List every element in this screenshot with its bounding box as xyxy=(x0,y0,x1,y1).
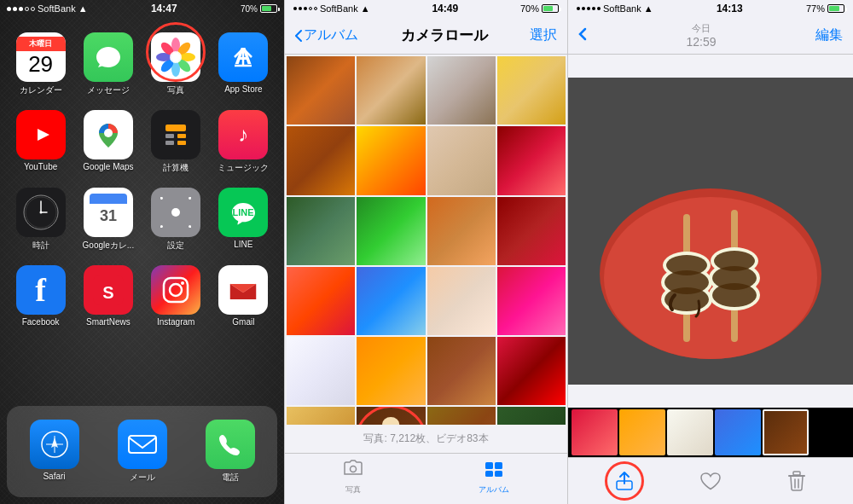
app-facebook[interactable]: f Facebook xyxy=(7,258,74,333)
svg-rect-23 xyxy=(177,141,186,145)
app-youtube[interactable]: YouTube xyxy=(7,103,74,181)
appstore-icon: A xyxy=(218,32,268,82)
p2-dot3 xyxy=(304,7,307,10)
back-to-camera-roll[interactable] xyxy=(578,26,587,45)
svg-rect-60 xyxy=(485,462,493,469)
select-button[interactable]: 選択 xyxy=(530,26,557,44)
strip-thumb-1[interactable] xyxy=(572,409,618,455)
app-smartnews[interactable]: S SmartNews xyxy=(74,258,142,333)
photo-thumb-2[interactable] xyxy=(357,56,425,125)
photo-thumb-1[interactable] xyxy=(287,56,355,125)
camera-roll-navbar: アルバム カメラロール 選択 xyxy=(285,17,567,55)
photo-thumb-18[interactable] xyxy=(357,337,425,405)
svg-point-18 xyxy=(104,129,113,137)
main-photo-area[interactable] xyxy=(568,55,853,408)
app-appstore[interactable]: A App Store xyxy=(210,26,277,103)
p2-wifi-icon: ▲ xyxy=(361,3,370,14)
photo-thumb-12[interactable] xyxy=(497,197,566,265)
instagram-icon xyxy=(151,265,200,315)
app-instagram[interactable]: Instagram xyxy=(142,258,210,333)
strip-thumb-4[interactable] xyxy=(715,409,761,455)
photo-thumb-15[interactable] xyxy=(427,267,496,335)
edit-button[interactable]: 編集 xyxy=(815,26,843,44)
photo-thumb-10[interactable] xyxy=(357,197,425,265)
photo-thumb-24[interactable] xyxy=(497,407,566,425)
app-messages[interactable]: メッセージ xyxy=(74,26,142,103)
photo-thumb-4[interactable] xyxy=(497,56,566,125)
p2-clock: 14:49 xyxy=(432,3,458,14)
svg-rect-46 xyxy=(164,278,188,302)
p3-signal xyxy=(577,7,601,10)
photo-thumb-7[interactable] xyxy=(427,126,496,194)
photo-thumb-22-selected[interactable] xyxy=(357,407,425,425)
back-label: アルバム xyxy=(304,26,358,44)
dock-mail[interactable]: メール xyxy=(114,413,171,490)
calculator-icon xyxy=(151,110,200,159)
photo-thumb-5[interactable] xyxy=(287,126,355,194)
p3-wifi-icon: ▲ xyxy=(644,3,653,14)
photo-thumb-17[interactable] xyxy=(287,337,355,405)
svg-point-59 xyxy=(350,466,356,472)
back-to-albums[interactable]: アルバム xyxy=(295,26,358,44)
calendar-weekday: 木曜日 xyxy=(16,37,66,51)
delete-button[interactable] xyxy=(780,465,813,497)
phone-icon xyxy=(206,420,255,469)
dock-bg: Safari メール 電話 xyxy=(7,406,277,497)
tab-albums[interactable]: アルバム xyxy=(479,459,509,495)
status-right: 70% xyxy=(241,4,277,14)
photo-thumb-23[interactable] xyxy=(427,407,496,425)
strip-thumb-2[interactable] xyxy=(619,409,665,455)
youtube-label: YouTube xyxy=(24,162,57,171)
photo-thumb-8[interactable] xyxy=(497,126,566,194)
photo-thumb-21[interactable]: OPEN YOUR THIRD EYE xyxy=(287,407,355,425)
status-left: SoftBank ▲ xyxy=(7,3,88,14)
strip-thumb-3[interactable] xyxy=(667,409,713,455)
photo-thumb-11[interactable] xyxy=(427,197,496,265)
favorite-button[interactable] xyxy=(694,465,727,497)
app-music[interactable]: ♪ ミュージック xyxy=(210,103,277,181)
photo-thumb-6[interactable] xyxy=(357,126,425,194)
tab-albums-label: アルバム xyxy=(479,484,509,495)
app-googlecal[interactable]: 31 Googleカレ... xyxy=(74,181,142,258)
svg-point-34 xyxy=(171,208,180,217)
svg-rect-32 xyxy=(90,200,127,204)
music-label: ミュージック xyxy=(218,162,269,174)
p3-battery-fill xyxy=(829,6,839,11)
p3-status-left: SoftBank ▲ xyxy=(577,3,653,14)
clock: 14:47 xyxy=(151,3,177,14)
status-bar-panel1: SoftBank ▲ 14:47 70% xyxy=(0,0,284,17)
app-gmail[interactable]: Gmail xyxy=(210,258,277,333)
gmail-icon xyxy=(218,265,268,315)
carrier-name: SoftBank xyxy=(38,3,76,14)
app-line[interactable]: LINE LINE xyxy=(210,181,277,258)
photo-thumb-20[interactable] xyxy=(497,337,566,405)
youtube-icon xyxy=(16,110,66,159)
music-icon: ♪ xyxy=(218,110,268,159)
tab-photos[interactable]: 写真 xyxy=(343,459,363,495)
photo-thumb-14[interactable] xyxy=(357,267,425,335)
photo-thumb-9[interactable] xyxy=(287,197,355,265)
share-button[interactable] xyxy=(608,465,641,497)
p3-dot3 xyxy=(587,7,590,10)
app-googlemaps[interactable]: Google Maps xyxy=(74,103,142,181)
photo-thumb-19[interactable] xyxy=(427,337,496,405)
dock-phone[interactable]: 電話 xyxy=(202,413,258,490)
app-clock[interactable]: 時計 xyxy=(7,181,74,258)
app-calculator[interactable]: 計算機 xyxy=(142,103,210,181)
svg-rect-38 xyxy=(189,224,192,228)
calendar-icon: 木曜日 29 xyxy=(16,32,66,82)
svg-rect-62 xyxy=(485,471,493,477)
photo-actions-bar xyxy=(568,457,853,504)
app-calendar[interactable]: 木曜日 29 カレンダー xyxy=(7,26,74,103)
photo-thumb-3[interactable] xyxy=(427,56,496,125)
svg-point-73 xyxy=(666,255,707,275)
strip-thumb-5-selected[interactable] xyxy=(763,409,809,455)
app-photos[interactable]: 写真 xyxy=(142,26,210,103)
app-settings[interactable]: 設定 xyxy=(142,181,210,258)
photo-thumb-13[interactable] xyxy=(287,267,355,335)
photo-thumb-16[interactable] xyxy=(497,267,566,335)
p2-battery xyxy=(542,4,559,13)
dock-safari[interactable]: Safari xyxy=(26,413,83,490)
p3-carrier: SoftBank xyxy=(603,3,641,14)
svg-point-80 xyxy=(714,251,755,271)
